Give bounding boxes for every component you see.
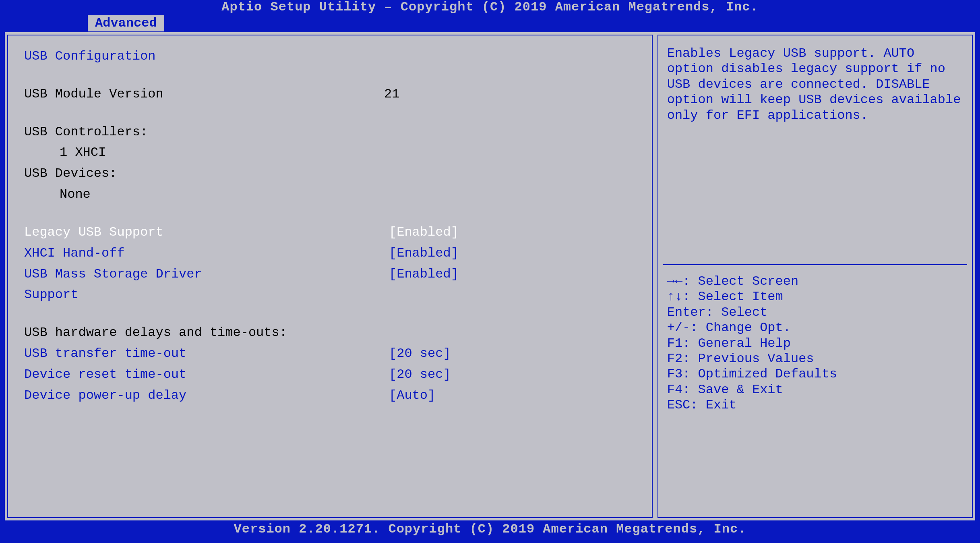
setting-value: [20 sec] — [242, 364, 451, 385]
devices-label: USB Devices: — [24, 163, 117, 184]
footer-version: Version 2.20.1271. Copyright (C) 2019 Am… — [0, 520, 980, 538]
tab-bar: Advanced — [0, 15, 980, 32]
setting-usb-transfer-timeout[interactable]: USB transfer time-out [20 sec] — [24, 343, 636, 364]
setting-device-reset-timeout[interactable]: Device reset time-out [20 sec] — [24, 364, 636, 385]
setting-label: Legacy USB Support — [24, 222, 242, 243]
help-text: Enables Legacy USB support. AUTO option … — [667, 46, 963, 123]
setting-label: USB transfer time-out — [24, 343, 242, 364]
hint-save-exit: F4: Save & Exit — [667, 382, 963, 398]
setting-label: USB Mass Storage Driver Support — [24, 264, 242, 306]
hint-change-opt: +/-: Change Opt. — [667, 320, 963, 336]
setting-value: [20 sec] — [242, 343, 451, 364]
help-panel: Enables Legacy USB support. AUTO option … — [655, 32, 975, 520]
module-version-label: USB Module Version — [24, 84, 242, 105]
setting-xhci-hand-off[interactable]: XHCI Hand-off [Enabled] — [24, 243, 636, 264]
module-version-value: 21 — [242, 84, 399, 105]
controllers-label: USB Controllers: — [24, 122, 148, 143]
hint-select-item: ↑↓: Select Item — [667, 289, 963, 305]
hint-general-help: F1: General Help — [667, 336, 963, 351]
setting-legacy-usb-support[interactable]: Legacy USB Support [Enabled] — [24, 222, 636, 243]
hint-previous-values: F2: Previous Values — [667, 351, 963, 367]
hint-esc-exit: ESC: Exit — [667, 398, 963, 413]
setting-value: [Enabled] — [242, 243, 459, 264]
hint-enter-select: Enter: Select — [667, 305, 963, 320]
setting-label: Device power-up delay — [24, 385, 242, 406]
panels: USB Configuration USB Module Version 21 … — [0, 32, 980, 520]
help-divider — [663, 264, 967, 265]
setting-label: XHCI Hand-off — [24, 243, 242, 264]
hint-select-screen: →←: Select Screen — [667, 274, 963, 289]
setting-device-powerup-delay[interactable]: Device power-up delay [Auto] — [24, 385, 636, 406]
main-panel: USB Configuration USB Module Version 21 … — [5, 32, 655, 520]
devices-value: None — [24, 184, 91, 205]
delays-title: USB hardware delays and time-outs: — [24, 322, 287, 343]
setting-value: [Enabled] — [242, 264, 459, 306]
section-title: USB Configuration — [24, 46, 155, 67]
setting-value: [Auto] — [242, 385, 435, 406]
setting-label: Device reset time-out — [24, 364, 242, 385]
tab-advanced[interactable]: Advanced — [88, 15, 164, 31]
setting-usb-mass-storage-driver-support[interactable]: USB Mass Storage Driver Support [Enabled… — [24, 264, 636, 306]
header-title: Aptio Setup Utility – Copyright (C) 2019… — [0, 0, 980, 15]
controllers-value: 1 XHCI — [24, 142, 106, 163]
setting-value: [Enabled] — [242, 222, 459, 243]
hint-optimized-defaults: F3: Optimized Defaults — [667, 367, 963, 382]
bios-setup-frame: Aptio Setup Utility – Copyright (C) 2019… — [0, 0, 980, 543]
